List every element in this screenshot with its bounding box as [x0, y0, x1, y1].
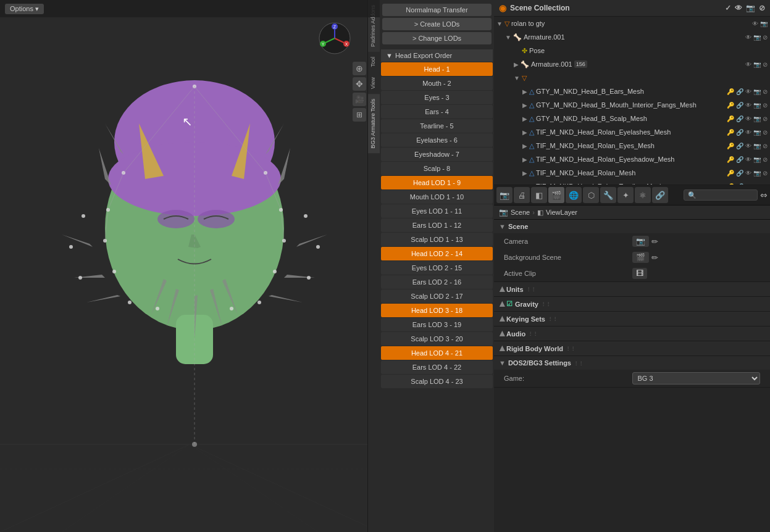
export-item-14[interactable]: Eyes LOD 2 - 15 — [381, 261, 493, 275]
background-scene-picker[interactable]: 🎬 — [632, 252, 649, 263]
export-item-8[interactable]: Head LOD 1 - 9 — [381, 176, 493, 189]
sc-row-11[interactable]: ▶ △ TIF_M_NKD_Head_Rolan_Mesh 🔑🔗👁📷⊘ — [494, 166, 770, 180]
camera-picker[interactable]: 📷 — [632, 236, 649, 247]
props-tab-modifier[interactable]: 🔧 — [600, 187, 616, 203]
drag-handle: ⋮⋮ — [548, 316, 558, 322]
camera-icon[interactable]: 📷 — [746, 4, 755, 12]
sc-row-6[interactable]: ▶ △ GTY_M_NKD_Head_B_Mouth_Interior_Fang… — [494, 98, 770, 112]
export-item-5[interactable]: Eyelashes - 6 — [381, 133, 493, 147]
svg-point-36 — [128, 301, 132, 304]
scene-collection-icon: ◉ — [499, 3, 506, 13]
export-item-20[interactable]: Head LOD 4 - 21 — [381, 346, 493, 360]
export-item-7[interactable]: Scalp - 8 — [381, 162, 493, 175]
export-item-10[interactable]: Eyes LOD 1 - 11 — [381, 204, 493, 218]
props-search-input[interactable] — [684, 189, 758, 201]
export-item-17[interactable]: Head LOD 3 - 18 — [381, 304, 493, 317]
export-item-16[interactable]: Scalp LOD 2 - 17 — [381, 289, 493, 303]
export-item-4[interactable]: Tearline - 5 — [381, 119, 493, 133]
camera-picker-icon: 📷 — [636, 237, 645, 246]
sc-row-8[interactable]: ▶ △ TIF_M_NKD_Head_Rolan_Eyelashes_Mesh … — [494, 125, 770, 139]
head-export-label: Head Export Order — [395, 52, 452, 59]
check-icon[interactable]: ✓ — [725, 4, 731, 12]
units-section-header[interactable]: ▶ Units ⋮⋮ — [494, 282, 770, 296]
export-item-2[interactable]: Eyes - 3 — [381, 91, 493, 104]
sc-row-12[interactable]: ▶ △ TIF_M_NKD_Head_Rolan_Tearline_Mesh 🔑… — [494, 180, 770, 185]
svg-point-41 — [304, 214, 308, 218]
props-tab-view-layer[interactable]: ◧ — [531, 187, 547, 203]
props-tab-object[interactable]: ⬡ — [583, 187, 599, 203]
sc-row-2[interactable]: ✤ Pose — [494, 44, 770, 57]
sc-row-7[interactable]: ▶ △ GTY_M_NKD_Head_B_Scalp_Mesh 🔑🔗👁📷⊘ — [494, 112, 770, 125]
breadcrumb-scene-label[interactable]: Scene — [511, 209, 530, 216]
svg-point-38 — [82, 214, 85, 218]
rigid-body-world-section-header[interactable]: ▶ Rigid Body World ⋮⋮ — [494, 341, 770, 355]
expand-arrow: ▶ — [498, 302, 506, 307]
sc-row-4[interactable]: ▼ ▽ — [494, 71, 770, 85]
props-breadcrumb: 📷 Scene › ◧ ViewLayer — [494, 206, 770, 220]
keying-sets-section-header[interactable]: ▶ Keying Sets ⋮⋮ — [494, 312, 770, 326]
grid-tool[interactable]: ⊞ — [353, 108, 366, 122]
sc-row-0[interactable]: ▼ ▽ rolan to gty 👁📷 — [494, 17, 770, 30]
props-tab-world[interactable]: 🌐 — [566, 187, 582, 203]
viewport-gizmo[interactable]: Z X Y — [318, 22, 352, 56]
gravity-section-header[interactable]: ▶ ☑ Gravity ⋮⋮ — [494, 297, 770, 311]
scene-section-header[interactable]: ▼ Scene — [494, 220, 770, 233]
export-item-15[interactable]: Ears LOD 2 - 16 — [381, 275, 493, 289]
export-item-19[interactable]: Scalp LOD 3 - 20 — [381, 332, 493, 346]
props-tab-particles[interactable]: ✦ — [617, 187, 634, 203]
props-tab-output[interactable]: 🖨 — [514, 187, 530, 203]
viewport[interactable]: Options ▾ Z X Y ⊕ ✥ 🎥 ⊞ Padrines Addons … — [0, 0, 380, 532]
active-clip-picker[interactable]: 🎞 — [632, 268, 647, 279]
export-item-21[interactable]: Ears LOD 4 - 22 — [381, 360, 493, 374]
change-lods-button[interactable]: > Change LODs — [382, 32, 492, 44]
export-item-6[interactable]: Eyeshadow - 7 — [381, 148, 493, 161]
bg3-armature-tools-tab[interactable]: BG3 Armature Tools — [368, 94, 380, 153]
camera-edit-icon[interactable]: ✏ — [651, 237, 658, 246]
sc-row-5[interactable]: ▶ △ GTY_M_NKD_Head_B_Ears_Mesh 🔑🔗👁📷⊘ — [494, 85, 770, 98]
restrict-icon[interactable]: ⊘ — [759, 4, 765, 12]
props-tab-render[interactable]: 📷 — [496, 187, 513, 203]
audio-section-header[interactable]: ▶ Audio ⋮⋮ — [494, 326, 770, 341]
sc-row-9[interactable]: ▶ △ TIF_M_NKD_Head_Rolan_Eyes_Mesh 🔑🔗👁📷⊘ — [494, 139, 770, 152]
sc-row-3[interactable]: ▶ 🦴 Armature.001 156 👁📷⊘ — [494, 57, 770, 71]
create-lods-button[interactable]: > Create LODs — [382, 18, 492, 30]
export-item-1[interactable]: Mouth - 2 — [381, 77, 493, 90]
gravity-checkbox[interactable]: ☑ — [506, 300, 513, 308]
view-tab[interactable]: View — [368, 72, 380, 94]
breadcrumb-viewlayer-label[interactable]: ViewLayer — [546, 209, 577, 216]
props-expand-icon[interactable]: ⇔ — [760, 190, 768, 200]
game-dropdown[interactable]: BG 3 — [632, 372, 761, 384]
eye-icon[interactable]: 👁 — [735, 4, 742, 12]
export-item-12[interactable]: Scalp LOD 1 - 13 — [381, 233, 493, 246]
normalmap-transfer-button[interactable]: Normalmap Transfer — [382, 4, 492, 16]
scene-collection-title: Scene Collection — [510, 4, 570, 12]
export-item-18[interactable]: Ears LOD 3 - 19 — [381, 318, 493, 331]
export-item-9[interactable]: Mouth LOD 1 - 10 — [381, 190, 493, 204]
props-tab-physics[interactable]: ⚛ — [635, 187, 651, 203]
magnify-tool[interactable]: ⊕ — [353, 62, 366, 75]
dos2-bg3-section-title: DOS2/BG3 Settings — [508, 359, 571, 367]
hand-tool[interactable]: ✥ — [353, 77, 366, 91]
collapse-arrow: ▼ — [499, 223, 506, 230]
export-item-0[interactable]: Head - 1 — [381, 62, 493, 76]
head-export-header[interactable]: ▼ Head Export Order — [381, 49, 493, 62]
background-scene-edit-icon[interactable]: ✏ — [651, 253, 658, 262]
background-scene-value: 🎬 ✏ — [632, 252, 761, 263]
props-tab-constraints[interactable]: 🔗 — [652, 187, 668, 203]
scene-section: ▼ Scene Camera 📷 ✏ Background Scene 🎬 — [494, 220, 770, 282]
export-item-13[interactable]: Head LOD 2 - 14 — [381, 247, 493, 260]
viewport-options-button[interactable]: Options ▾ — [5, 4, 44, 14]
sc-row-1[interactable]: ▼ 🦴 Armature.001 👁📷⊘ — [494, 30, 770, 44]
tool-tab[interactable]: Tool — [368, 52, 380, 72]
props-tab-scene[interactable]: 🎬 — [548, 187, 564, 203]
keying-sets-section: ▶ Keying Sets ⋮⋮ — [494, 312, 770, 326]
expand-arrow: ▶ — [498, 331, 506, 336]
export-item-3[interactable]: Ears - 4 — [381, 105, 493, 118]
camera-tool[interactable]: 🎥 — [353, 93, 366, 106]
dos2-bg3-section-header[interactable]: ▼ DOS2/BG3 Settings ⋮⋮ — [494, 356, 770, 370]
export-item-11[interactable]: Ears LOD 1 - 12 — [381, 218, 493, 232]
units-section: ▶ Units ⋮⋮ — [494, 282, 770, 297]
sc-row-10[interactable]: ▶ △ TIF_M_NKD_Head_Rolan_Eyeshadow_Mesh … — [494, 152, 770, 166]
export-item-22[interactable]: Scalp LOD 4 - 23 — [381, 375, 493, 388]
rigid-body-world-section: ▶ Rigid Body World ⋮⋮ — [494, 341, 770, 356]
